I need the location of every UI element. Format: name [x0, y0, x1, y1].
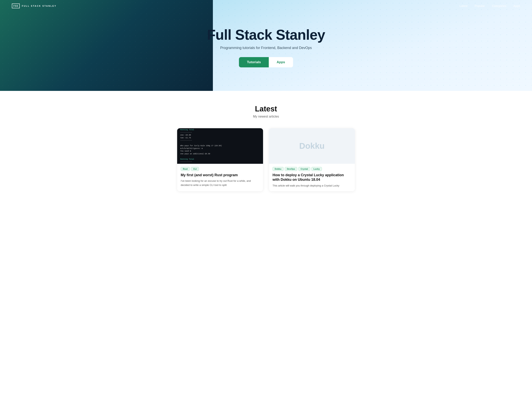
apps-button[interactable]: Apps	[269, 57, 293, 67]
site-logo[interactable]: FSS FULL STACK STANLEY	[12, 4, 56, 8]
brand-name: FULL STACK STANLEY	[22, 5, 56, 7]
hero-section: Full Stack Stanley Programming tutorials…	[0, 0, 532, 91]
article-card[interactable]: Dokku Dokku DevOps Crystal Lucky How to …	[269, 128, 355, 191]
article-tags: Dokku DevOps Crystal Lucky	[273, 167, 351, 171]
article-excerpt: This article will walk you through deplo…	[273, 184, 351, 188]
tag-lucky: Lucky	[312, 167, 322, 171]
terminal-content: You said b two pays an additional £1.75 …	[180, 128, 260, 164]
article-title: How to deploy a Crystal Lucky applicatio…	[273, 173, 351, 182]
article-excerpt: I've been looking for an excuse to try o…	[181, 179, 259, 187]
tutorials-button[interactable]: Tutorials	[239, 57, 269, 67]
article-tags: Rust CLI	[181, 167, 259, 171]
latest-heading: Latest	[12, 105, 520, 113]
latest-subheading: My newest articles	[12, 115, 520, 118]
article-image-terminal: You said b two pays an additional £1.75 …	[177, 128, 263, 164]
article-image-placeholder: Dokku	[269, 128, 355, 164]
nav-link-apps[interactable]: Apps	[513, 4, 520, 7]
hero-subtitle: Programming tutorials for Frontend, Back…	[207, 46, 325, 50]
placeholder-label: Dokku	[299, 141, 325, 151]
article-title: My first (and worst) Rust program	[181, 173, 259, 177]
article-body: Rust CLI My first (and worst) Rust progr…	[177, 164, 263, 191]
tag-cli: CLI	[191, 167, 199, 171]
tag-rust: Rust	[181, 167, 190, 171]
hero-buttons: Tutorials Apps	[207, 57, 325, 67]
tag-dokku: Dokku	[273, 167, 284, 171]
nav-link-latest[interactable]: Latest	[459, 4, 468, 7]
article-body: Dokku DevOps Crystal Lucky How to deploy…	[269, 164, 355, 191]
nav-links: Latest Popular Categories Apps	[459, 4, 520, 8]
logo-box: FSS	[12, 4, 20, 8]
nav-link-categories[interactable]: Categories	[492, 4, 506, 7]
article-card[interactable]: You said b two pays an additional £1.75 …	[177, 128, 263, 191]
tag-crystal: Crystal	[298, 167, 310, 171]
hero-title: Full Stack Stanley	[207, 27, 325, 42]
articles-grid: You said b two pays an additional £1.75 …	[177, 128, 355, 191]
hero-content: Full Stack Stanley Programming tutorials…	[207, 27, 325, 68]
nav-link-popular[interactable]: Popular	[475, 4, 485, 7]
navbar: FSS FULL STACK STANLEY Latest Popular Ca…	[0, 0, 532, 12]
latest-section: Latest My newest articles You said b two…	[0, 91, 532, 199]
tag-devops: DevOps	[285, 167, 297, 171]
